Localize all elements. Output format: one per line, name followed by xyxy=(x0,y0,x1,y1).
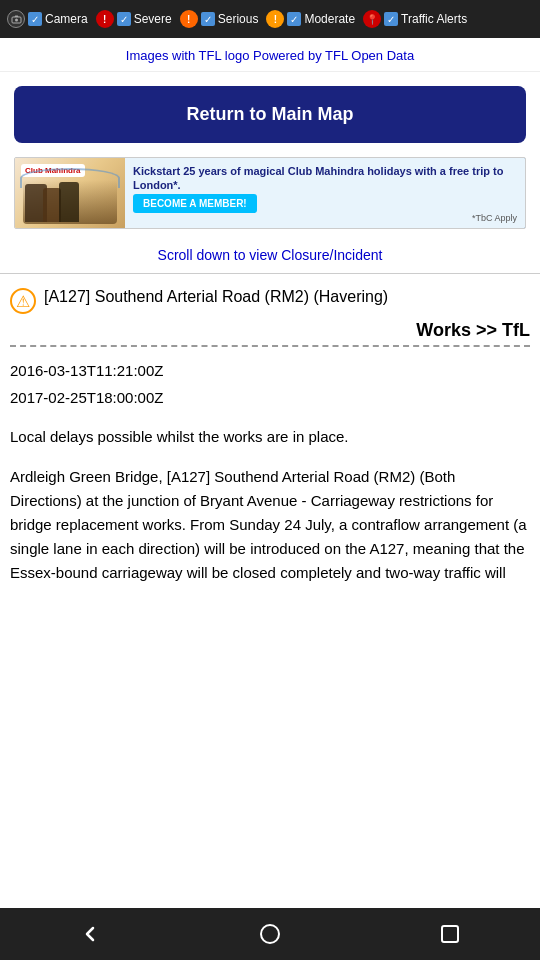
incident-type-label: Works >> TfL xyxy=(10,320,530,341)
top-bar-moderate[interactable]: ! ✓ Moderate xyxy=(263,10,358,28)
incident-dates: 2016-03-13T11:21:00Z 2017-02-25T18:00:00… xyxy=(10,357,530,411)
traffic-alerts-label: Traffic Alerts xyxy=(401,12,467,26)
incident-section: ⚠ [A127] Southend Arterial Road (RM2) (H… xyxy=(0,274,540,595)
camera-label: Camera xyxy=(45,12,88,26)
svg-point-2 xyxy=(261,925,279,943)
ad-cta-button[interactable]: BECOME A MEMBER! xyxy=(133,194,257,213)
top-bar-serious[interactable]: ! ✓ Serious xyxy=(177,10,262,28)
incident-start-date: 2016-03-13T11:21:00Z xyxy=(10,357,530,384)
severe-icon: ! xyxy=(96,10,114,28)
main-content: Images with TFL logo Powered by TFL Open… xyxy=(0,38,540,595)
incident-detail: Ardleigh Green Bridge, [A127] Southend A… xyxy=(10,465,530,585)
top-bar-severe[interactable]: ! ✓ Severe xyxy=(93,10,175,28)
top-navigation-bar: ✓ Camera ! ✓ Severe ! ✓ Serious ! ✓ Mode… xyxy=(0,0,540,38)
camera-icon xyxy=(7,10,25,28)
top-bar-traffic-alerts[interactable]: 📍 ✓ Traffic Alerts xyxy=(360,10,470,28)
ad-image: Club Mahindra xyxy=(15,158,125,228)
warning-icon: ⚠ xyxy=(10,288,36,314)
serious-icon: ! xyxy=(180,10,198,28)
incident-description: Local delays possible whilst the works a… xyxy=(10,425,530,585)
home-button[interactable] xyxy=(248,912,292,956)
incident-end-date: 2017-02-25T18:00:00Z xyxy=(10,384,530,411)
advertisement-banner[interactable]: Club Mahindra Kickstart 25 years of magi… xyxy=(14,157,526,229)
tfl-credit-text: Images with TFL logo Powered by TFL Open… xyxy=(0,38,540,72)
bottom-navigation-bar xyxy=(0,908,540,960)
severe-checkbox: ✓ xyxy=(117,12,131,26)
moderate-icon: ! xyxy=(266,10,284,28)
serious-label: Serious xyxy=(218,12,259,26)
incident-title: [A127] Southend Arterial Road (RM2) (Hav… xyxy=(44,286,388,308)
recents-button[interactable] xyxy=(428,912,472,956)
svg-rect-3 xyxy=(442,926,458,942)
ad-text: Kickstart 25 years of magical Club Mahin… xyxy=(125,158,525,228)
traffic-alerts-icon: 📍 xyxy=(363,10,381,28)
incident-summary: Local delays possible whilst the works a… xyxy=(10,425,530,449)
camera-checkbox: ✓ xyxy=(28,12,42,26)
ad-tbc-text: *TbC Apply xyxy=(133,213,517,223)
svg-point-1 xyxy=(15,18,18,21)
incident-header: ⚠ [A127] Southend Arterial Road (RM2) (H… xyxy=(10,286,530,314)
traffic-checkbox: ✓ xyxy=(384,12,398,26)
serious-checkbox: ✓ xyxy=(201,12,215,26)
divider-line xyxy=(10,345,530,347)
return-to-main-map-button[interactable]: Return to Main Map xyxy=(14,86,526,143)
back-button[interactable] xyxy=(68,912,112,956)
moderate-label: Moderate xyxy=(304,12,355,26)
top-bar-camera[interactable]: ✓ Camera xyxy=(4,10,91,28)
moderate-checkbox: ✓ xyxy=(287,12,301,26)
scroll-hint-text: Scroll down to view Closure/Incident xyxy=(0,239,540,274)
severe-label: Severe xyxy=(134,12,172,26)
ad-headline-text: Kickstart 25 years of magical Club Mahin… xyxy=(133,164,517,193)
